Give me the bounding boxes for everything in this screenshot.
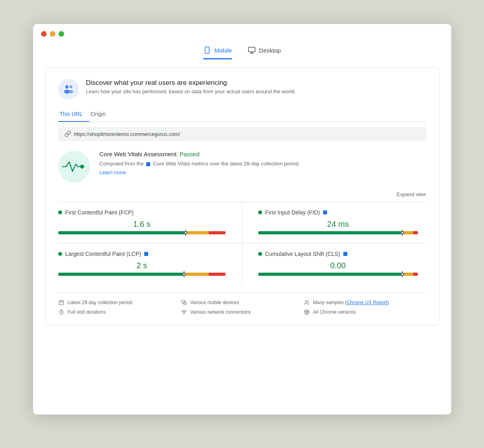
svg-point-5 (65, 85, 69, 88)
cwv-description: Computed from the Core Web Vitals metric… (100, 160, 300, 168)
svg-rect-14 (182, 301, 185, 303)
svg-point-16 (305, 301, 307, 302)
lcp-status-dot (58, 252, 62, 256)
url-bar: https://shoptimizerdemo.commercegurus.co… (58, 127, 426, 141)
lcp-badge (144, 252, 148, 256)
chrome-ux-link[interactable]: Chrome UX Report (347, 300, 387, 305)
svg-rect-0 (205, 47, 209, 54)
titlebar (33, 24, 451, 42)
card-title: Discover what your real users are experi… (86, 79, 296, 87)
svg-point-18 (184, 314, 184, 314)
footnote-samples-text: Many samples (Chrome UX Report) (313, 300, 389, 305)
metric-fid-value: 24 ms (258, 220, 418, 229)
cls-status-dot (258, 252, 262, 256)
card-header-text: Discover what your real users are experi… (86, 79, 296, 94)
cwv-assessment: Core Web Vitals Assessment: Passed (100, 151, 300, 157)
desktop-tab-label: Desktop (259, 47, 281, 54)
cwv-text: Core Web Vitals Assessment: Passed Compu… (100, 151, 300, 175)
crux-card: Discover what your real users are experi… (45, 67, 439, 325)
metric-lcp-value: 2 s (58, 261, 226, 270)
pulse-icon (62, 159, 86, 175)
metric-fid: First Input Delay (FID) 24 ms (242, 202, 426, 243)
metric-cls: Cumulative Layout Shift (CLS) 0.00 (242, 243, 426, 285)
svg-rect-10 (59, 301, 63, 305)
people-icon (304, 299, 310, 306)
cwv-passed-label: Passed (180, 151, 200, 157)
learn-more-link[interactable]: Learn more (100, 169, 300, 175)
metric-fcp-label: First Contentful Paint (FCP) (58, 209, 226, 216)
svg-point-6 (69, 86, 72, 88)
tab-mobile[interactable]: Mobile (203, 46, 232, 59)
metric-fcp-value: 1.6 s (58, 220, 226, 229)
wifi-icon (181, 309, 187, 315)
cls-badge (343, 252, 347, 256)
tab-desktop[interactable]: Desktop (248, 46, 281, 59)
mobile-icon (203, 46, 211, 54)
footnote-chrome-text: All Chrome versions (313, 309, 356, 315)
cwv-icon-circle (58, 151, 90, 183)
cwv-section: Core Web Vitals Assessment: Passed Compu… (58, 151, 426, 183)
card-subtitle: Learn how your site has performed, based… (86, 88, 296, 94)
svg-point-9 (80, 165, 84, 169)
metric-lcp-label: Largest Contentful Paint (LCP) (58, 251, 226, 257)
url-tabs: This URL Origin (58, 108, 426, 122)
footnote-devices-text: Various mobile devices (190, 300, 239, 305)
fid-status-dot (258, 210, 262, 214)
footnote-chrome: All Chrome versions (304, 309, 426, 315)
main-window: Mobile Desktop Discover what your r (33, 24, 451, 415)
metrics-grid: First Contentful Paint (FCP) 1.6 s (58, 202, 426, 285)
footnotes: Latest 28-day collection period Various … (58, 293, 426, 315)
link-icon (65, 131, 71, 137)
maximize-button[interactable] (59, 31, 64, 37)
chrome-icon (304, 309, 310, 315)
metric-fid-bar (258, 231, 418, 234)
footnote-collection-period: Latest 28-day collection period (58, 299, 181, 306)
metric-fcp-bar (58, 231, 226, 234)
footnote-visit-durations: Full visit durations (58, 309, 181, 315)
device-tabs: Mobile Desktop (33, 42, 451, 59)
users-group-icon (62, 83, 75, 96)
svg-rect-2 (249, 47, 255, 52)
footnote-visit-text: Full visit durations (68, 309, 106, 315)
fid-badge (323, 210, 327, 214)
expand-view-button[interactable]: Expand view (397, 191, 426, 197)
header-icon-circle (58, 79, 79, 100)
devices-icon (181, 299, 187, 306)
url-tab-this-url[interactable]: This URL (58, 108, 89, 122)
mobile-tab-label: Mobile (214, 47, 232, 54)
metric-fcp: First Contentful Paint (FCP) 1.6 s (58, 202, 242, 243)
metric-cls-bar (258, 273, 418, 276)
card-header: Discover what your real users are experi… (58, 79, 426, 100)
cwv-blue-square (146, 162, 150, 166)
footnote-samples: Many samples (Chrome UX Report) (304, 299, 426, 306)
metric-fid-label: First Input Delay (FID) (258, 209, 418, 216)
fcp-status-dot (58, 210, 62, 214)
url-text: https://shoptimizerdemo.commercegurus.co… (74, 131, 180, 137)
close-button[interactable] (41, 31, 47, 37)
footnote-network: Various network connections (181, 309, 304, 315)
metric-lcp-bar (58, 273, 226, 276)
footnote-collection-text: Latest 28-day collection period (68, 300, 133, 305)
expand-row: Expand view (58, 191, 426, 198)
svg-point-8 (69, 90, 73, 93)
footnote-network-text: Various network connections (190, 309, 251, 315)
timer-icon (58, 309, 65, 315)
metric-cls-value: 0.00 (258, 261, 418, 270)
desktop-icon (248, 46, 256, 54)
url-tab-origin[interactable]: Origin (89, 108, 112, 122)
footnote-devices: Various mobile devices (181, 299, 304, 306)
metric-cls-label: Cumulative Layout Shift (CLS) (258, 251, 418, 257)
metric-lcp: Largest Contentful Paint (LCP) 2 s (58, 243, 242, 285)
calendar-icon (58, 299, 65, 306)
minimize-button[interactable] (50, 31, 55, 37)
